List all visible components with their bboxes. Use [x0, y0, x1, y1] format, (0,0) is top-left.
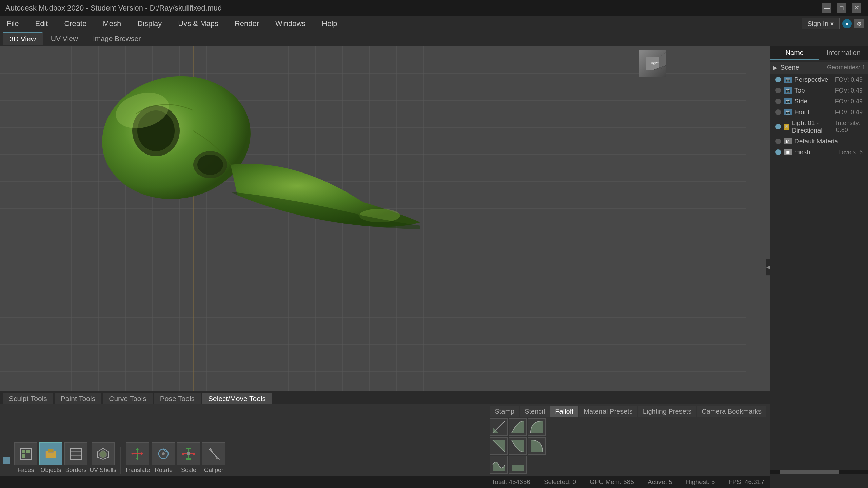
- falloff-icon-1[interactable]: [490, 418, 508, 436]
- menu-windows[interactable]: Windows: [273, 18, 308, 29]
- panel-tab-information[interactable]: Information: [819, 46, 868, 60]
- menu-render[interactable]: Render: [232, 18, 262, 29]
- borders-tool-button[interactable]: [64, 442, 87, 465]
- scene-item-front[interactable]: 📷 Front FOV: 0.49: [770, 107, 868, 118]
- signin-button[interactable]: Sign In ▾: [802, 18, 840, 29]
- status-bar: Total: 454656 Selected: 0 GPU Mem: 585 A…: [0, 476, 770, 488]
- tool-shelf: Faces Objects: [0, 404, 770, 476]
- svg-rect-68: [182, 453, 184, 455]
- transform-tools-group: Translate Rotate: [125, 442, 225, 474]
- tab-pose-tools[interactable]: Pose Tools: [154, 393, 201, 404]
- falloff-panel: Stamp Stencil Falloff Material Presets L…: [490, 406, 766, 474]
- tab-image-browser[interactable]: Image Browser: [86, 33, 147, 45]
- camera-icon: 📷: [784, 98, 792, 104]
- scene-item-top[interactable]: 📷 Top FOV: 0.49: [770, 85, 868, 96]
- nav-cube[interactable]: Right: [639, 50, 666, 77]
- tab-curve-tools[interactable]: Curve Tools: [103, 393, 153, 404]
- tab-3d-view[interactable]: 3D View: [3, 32, 43, 45]
- rotate-tool-button[interactable]: [152, 442, 175, 465]
- visibility-indicator: [775, 99, 781, 104]
- tab-sculpt-tools[interactable]: Sculpt Tools: [3, 393, 53, 404]
- svg-rect-67: [186, 458, 191, 460]
- tab-camera-bookmarks[interactable]: Camera Bookmarks: [697, 406, 766, 417]
- visibility-indicator: [775, 88, 781, 93]
- svg-marker-56: [136, 448, 139, 450]
- material-icon: M: [784, 138, 792, 144]
- menu-bar: File Edit Create Mesh Display Uvs & Maps…: [0, 16, 868, 31]
- scene-item-side[interactable]: 📷 Side FOV: 0.49: [770, 96, 868, 107]
- camera-icon: 📷: [784, 87, 792, 94]
- falloff-icon-8[interactable]: [509, 456, 527, 474]
- tool-separator-1: [120, 447, 121, 474]
- falloff-icon-2[interactable]: [509, 418, 527, 436]
- tab-stencil[interactable]: Stencil: [520, 406, 550, 417]
- scene-item-info: Levels: 6: [838, 149, 863, 156]
- menu-create[interactable]: Create: [61, 18, 89, 29]
- minimize-button[interactable]: —: [822, 3, 831, 13]
- falloff-icon-6[interactable]: [528, 437, 546, 455]
- viewport[interactable]: Right Sculpt Tools Paint Tools Curve Too…: [0, 46, 770, 488]
- menu-file[interactable]: File: [4, 18, 21, 29]
- tab-lighting-presets[interactable]: Lighting Presets: [638, 406, 696, 417]
- menu-help[interactable]: Help: [319, 18, 340, 29]
- falloff-tab-bar: Stamp Stencil Falloff Material Presets L…: [490, 406, 766, 417]
- scrollbar-thumb[interactable]: [780, 470, 839, 474]
- status-highest: Highest: 5: [686, 478, 715, 486]
- uvshells-tool-label: UV Shells: [90, 467, 116, 474]
- tab-falloff[interactable]: Falloff: [550, 406, 578, 417]
- maximize-button[interactable]: □: [837, 3, 846, 13]
- window-controls[interactable]: — □ ✕: [822, 3, 861, 13]
- panel-scrollbar[interactable]: [770, 470, 868, 474]
- falloff-icon-4[interactable]: [490, 437, 508, 455]
- panel-collapse-button[interactable]: ◀: [766, 259, 770, 276]
- status-selected: Selected: 0: [544, 478, 576, 486]
- svg-rect-77: [512, 465, 524, 471]
- falloff-icons-grid: [490, 418, 766, 474]
- svg-marker-58: [131, 452, 133, 455]
- menu-uvs-maps[interactable]: Uvs & Maps: [175, 18, 221, 29]
- menu-mesh[interactable]: Mesh: [100, 18, 124, 29]
- menu-edit[interactable]: Edit: [32, 18, 51, 29]
- falloff-icon-5[interactable]: [509, 437, 527, 455]
- scene-item-mesh[interactable]: ▣ mesh Levels: 6: [770, 147, 868, 158]
- menu-display[interactable]: Display: [135, 18, 164, 29]
- svg-point-74: [216, 457, 218, 459]
- panel-header: Name Information: [770, 46, 868, 60]
- falloff-icon-7[interactable]: [490, 456, 508, 474]
- svg-point-34: [197, 155, 223, 175]
- close-button[interactable]: ✕: [852, 3, 861, 13]
- settings-icon[interactable]: ⚙: [854, 19, 864, 28]
- faces-tool-label: Faces: [17, 467, 34, 474]
- visibility-indicator: [775, 109, 781, 115]
- tab-uv-view[interactable]: UV View: [44, 33, 85, 45]
- visibility-indicator: [775, 77, 781, 82]
- camera-icon: 📷: [784, 109, 792, 115]
- status-total: Total: 454656: [492, 478, 530, 486]
- svg-text:Right: Right: [649, 61, 659, 65]
- visibility-indicator: [775, 139, 781, 144]
- objects-tool-button[interactable]: [39, 442, 62, 465]
- falloff-icon-3[interactable]: [528, 418, 546, 436]
- selection-indicator: [3, 457, 10, 464]
- svg-rect-42: [22, 450, 25, 453]
- title-bar: Autodesk Mudbox 2020 - Student Version -…: [0, 0, 868, 16]
- scale-tool-button[interactable]: [177, 442, 200, 465]
- tab-paint-tools[interactable]: Paint Tools: [55, 393, 101, 404]
- scene-item-light[interactable]: ☀ Light 01 - Directional Intensity: 0.80: [770, 118, 868, 136]
- translate-tool-button[interactable]: [126, 442, 149, 465]
- translate-tool-label: Translate: [125, 467, 150, 474]
- uvshells-tool-button[interactable]: [92, 442, 115, 465]
- caliper-tool-button[interactable]: [202, 442, 225, 465]
- tab-select-move-tools[interactable]: Select/Move Tools: [202, 393, 272, 404]
- scene-item-perspective[interactable]: 📷 Perspective FOV: 0.49: [770, 74, 868, 85]
- tab-material-presets[interactable]: Material Presets: [579, 406, 637, 417]
- status-gpu-mem: GPU Mem: 585: [590, 478, 634, 486]
- svg-rect-44: [22, 454, 25, 458]
- camera-icon: 📷: [784, 77, 792, 83]
- tab-stamp[interactable]: Stamp: [490, 406, 519, 417]
- panel-tab-name[interactable]: Name: [770, 46, 819, 60]
- faces-tool-button[interactable]: [14, 442, 37, 465]
- scene-item-material[interactable]: M Default Material: [770, 136, 868, 147]
- app-title: Autodesk Mudbox 2020 - Student Version -…: [5, 4, 863, 13]
- visibility-indicator: [775, 149, 781, 155]
